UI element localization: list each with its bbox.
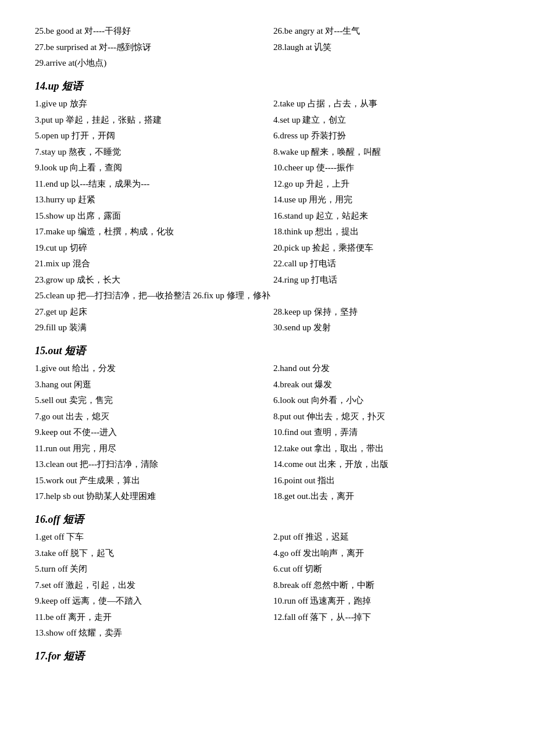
entry-out-6: 6.look out 向外看，小心	[273, 393, 500, 409]
entry-out-18: 18.get out.出去，离开	[273, 488, 500, 505]
entry-up-21: 21.mix up 混合	[35, 256, 262, 272]
entry-out-14: 14.come out 出来，开放，出版	[273, 457, 500, 473]
entry-off-5: 5.turn off 关闭	[35, 561, 262, 577]
entry-out-10: 10.find out 查明，弄清	[273, 425, 500, 441]
entry-up-2: 2.take up 占据，占去，从事	[273, 96, 500, 112]
entry-up-19: 19.cut up 切碎	[35, 240, 262, 256]
entry-up-11: 11.end up 以---结束，成果为---	[35, 176, 262, 192]
entry-up-17: 17.make up 编造，杜撰，构成，化妆	[35, 224, 262, 240]
entry-out-12: 12.take out 拿出，取出，带出	[273, 441, 500, 457]
entry-up-16: 16.stand up 起立，站起来	[273, 208, 500, 224]
section-for: 17.for 短语	[35, 647, 500, 665]
entry-out-3: 3.hang out 闲逛	[35, 377, 262, 393]
entry-out-17: 17.help sb out 协助某人处理困难	[35, 488, 262, 505]
entry-at-27: 27.be surprised at 对---感到惊讶	[35, 40, 262, 56]
section-up: 14.up 短语 1.give up 放弃 2.take up 占据，占去，从事…	[35, 77, 500, 336]
entry-out-11: 11.run out 用完，用尽	[35, 441, 262, 457]
entry-off-3: 3.take off 脱下，起飞	[35, 545, 262, 562]
entry-out-7: 7.go out 出去，熄灭	[35, 409, 262, 425]
section-off: 16.off 短语 1.get off 下车 2.put off 推迟，迟延 3…	[35, 511, 500, 641]
entry-up-6: 6.dress up 乔装打扮	[273, 128, 500, 144]
entry-off-8: 8.break off 忽然中断，中断	[273, 577, 500, 594]
entry-at-25: 25.be good at 对----干得好	[35, 23, 262, 40]
entry-off-2: 2.put off 推迟，迟延	[273, 529, 500, 545]
entry-up-15: 15.show up 出席，露面	[35, 208, 262, 224]
entry-off-9: 9.keep off 远离，使—不踏入	[35, 593, 262, 609]
entry-up-13: 13.hurry up 赶紧	[35, 192, 262, 208]
entry-off-11: 11.be off 离开，走开	[35, 609, 262, 626]
entry-up-14: 14.use up 用光，用完	[273, 192, 500, 208]
section-up-title: 14.up 短语	[35, 77, 500, 95]
entry-out-4: 4.break out 爆发	[273, 377, 500, 393]
entry-off-7: 7.set off 激起，引起，出发	[35, 577, 262, 594]
entry-out-5: 5.sell out 卖完，售完	[35, 393, 262, 409]
section-for-title: 17.for 短语	[35, 647, 500, 665]
entry-up-7: 7.stay up 熬夜，不睡觉	[35, 144, 262, 161]
entry-at-26: 26.be angry at 对---生气	[273, 23, 500, 40]
entry-out-16: 16.point out 指出	[273, 473, 500, 489]
entry-up-29: 29.fill up 装满	[35, 320, 262, 336]
entry-at-29: 29.arrive at(小地点)	[35, 55, 500, 72]
entry-up-1: 1.give up 放弃	[35, 96, 262, 112]
entry-out-15: 15.work out 产生成果，算出	[35, 473, 262, 489]
entry-up-10: 10.cheer up 使----振作	[273, 160, 500, 176]
entry-out-13: 13.clean out 把---打扫洁净，清除	[35, 457, 262, 473]
entry-off-10: 10.run off 迅速离开，跑掉	[273, 593, 500, 609]
entry-out-9: 9.keep out 不使---进入	[35, 425, 262, 441]
entry-out-8: 8.put out 伸出去，熄灭，扑灭	[273, 409, 500, 425]
entry-up-5: 5.open up 打开，开阔	[35, 128, 262, 144]
entry-up-24: 24.ring up 打电话	[273, 272, 500, 288]
entry-up-23: 23.grow up 成长，长大	[35, 272, 262, 288]
entry-off-4: 4.go off 发出响声，离开	[273, 545, 500, 562]
section-off-title: 16.off 短语	[35, 511, 500, 529]
section-out-title: 15.out 短语	[35, 342, 500, 360]
entry-up-9: 9.look up 向上看，查阅	[35, 160, 262, 176]
at-phrases-continued: 25.be good at 对----干得好 26.be angry at 对-…	[35, 23, 500, 72]
entry-up-18: 18.think up 想出，提出	[273, 224, 500, 240]
entry-off-1: 1.get off 下车	[35, 529, 262, 545]
entry-up-27: 27.get up 起床	[35, 304, 262, 320]
entry-off-13: 13.show off 炫耀，卖弄	[35, 625, 500, 641]
entry-off-12: 12.fall off 落下，从---掉下	[273, 609, 500, 626]
entry-off-6: 6.cut off 切断	[273, 561, 500, 577]
section-out: 15.out 短语 1.give out 给出，分发 2.hand out 分发…	[35, 342, 500, 505]
entry-at-28: 28.laugh at 讥笑	[273, 40, 500, 56]
entry-up-8: 8.wake up 醒来，唤醒，叫醒	[273, 144, 500, 161]
entry-up-22: 22.call up 打电话	[273, 256, 500, 272]
entry-up-28: 28.keep up 保持，坚持	[273, 304, 500, 320]
entry-out-1: 1.give out 给出，分发	[35, 361, 262, 377]
entry-up-25-26: 25.clean up 把—打扫洁净，把—收拾整洁 26.fix up 修理，修…	[35, 288, 500, 304]
entry-up-3: 3.put up 举起，挂起，张贴，搭建	[35, 112, 262, 129]
entry-up-20: 20.pick up 捡起，乘搭便车	[273, 240, 500, 256]
entry-up-4: 4.set up 建立，创立	[273, 112, 500, 129]
entry-out-2: 2.hand out 分发	[273, 361, 500, 377]
page-content: 25.be good at 对----干得好 26.be angry at 对-…	[35, 23, 500, 665]
entry-up-12: 12.go up 升起，上升	[273, 176, 500, 192]
entry-up-30: 30.send up 发射	[273, 320, 500, 336]
